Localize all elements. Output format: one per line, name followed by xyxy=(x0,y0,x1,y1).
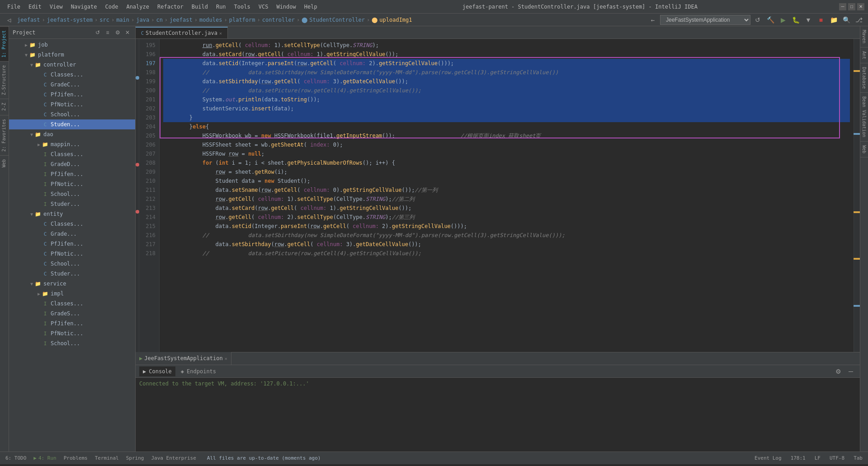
status-utf8[interactable]: UTF-8 xyxy=(828,454,846,462)
run-close[interactable]: ✕ xyxy=(225,356,227,361)
status-event-log[interactable]: Event Log xyxy=(753,454,783,462)
tree-item-pfjifenentity[interactable]: C PfJifen... xyxy=(9,239,135,249)
status-run[interactable]: ▶ 4: Run xyxy=(32,454,58,462)
search-icon[interactable]: 🔍 xyxy=(841,14,852,25)
tree-item-schoolentity[interactable]: C School... xyxy=(9,259,135,269)
bean-validation-tab[interactable]: Bean Validation xyxy=(860,93,868,141)
menu-run[interactable]: Run xyxy=(212,3,230,11)
tree-item-classesservice[interactable]: I Classes... xyxy=(9,299,135,309)
tree-item-pfnoticcontroller[interactable]: C PfNotic... xyxy=(9,100,135,109)
project-tab[interactable]: 1: Project xyxy=(0,26,9,61)
tree-item-gradeentity[interactable]: C Grade... xyxy=(9,229,135,239)
git-icon[interactable]: ⎇ xyxy=(854,14,864,25)
endpoints-tab[interactable]: ◈ Endpoints xyxy=(177,366,220,376)
status-spring[interactable]: Spring xyxy=(124,454,146,462)
ant-tab[interactable]: Ant xyxy=(860,48,868,63)
tree-item-controller[interactable]: ▼ 📁 controller xyxy=(9,60,135,70)
run-minimize-icon[interactable]: ─ xyxy=(845,366,856,377)
run-settings-icon[interactable]: ⚙ xyxy=(833,366,844,377)
tree-item-schoolservice[interactable]: I School... xyxy=(9,338,135,348)
stop-icon[interactable]: ■ xyxy=(816,14,826,25)
breadcrumb-class[interactable]: ⬤ xyxy=(302,17,307,23)
folder-icon[interactable]: 📁 xyxy=(828,14,839,25)
project-panel-refresh[interactable]: ↺ xyxy=(94,29,102,37)
menu-help[interactable]: Help xyxy=(301,3,321,11)
menu-vcs[interactable]: VCS xyxy=(255,3,272,11)
tree-item-pfnoticservice[interactable]: I PfNotic... xyxy=(9,328,135,338)
status-javaenterprise[interactable]: Java Enterprise xyxy=(149,454,198,462)
tree-item-pfjifenservice[interactable]: I PfJifen... xyxy=(9,319,135,328)
tree-item-classesentity[interactable]: C Classes... xyxy=(9,219,135,229)
menu-navigate[interactable]: Navigate xyxy=(67,3,101,11)
tree-item-mapping[interactable]: ▶ 📁 mappin... xyxy=(9,139,135,149)
more-run-icon[interactable]: ▼ xyxy=(803,14,814,25)
favorites-tab[interactable]: 2: Favorites xyxy=(0,115,9,155)
tree-item-entity[interactable]: ▼ 📁 entity xyxy=(9,209,135,219)
menu-analyze[interactable]: Analyze xyxy=(123,3,153,11)
tree-item-pfjifendao[interactable]: I PfJifen... xyxy=(9,169,135,179)
tree-item-studentdao[interactable]: I Studer... xyxy=(9,199,135,209)
project-panel-settings[interactable]: ⚙ xyxy=(113,29,122,37)
structure-tab[interactable]: Z-Structure xyxy=(0,61,9,99)
status-problems[interactable]: Problems xyxy=(62,454,90,462)
breadcrumb-java[interactable]: java xyxy=(136,17,149,23)
tab-close-studentcontroller[interactable]: ✕ xyxy=(219,31,222,36)
menu-view[interactable]: View xyxy=(46,3,66,11)
tree-item-gradeservice[interactable]: I GradeS... xyxy=(9,309,135,319)
z2-tab[interactable]: 2-Z xyxy=(0,99,9,114)
tree-item-gradedao[interactable]: I GradeD... xyxy=(9,159,135,169)
status-lf[interactable]: LF xyxy=(813,454,822,462)
breadcrumb-controller[interactable]: controller xyxy=(262,17,295,23)
tree-item-studententity[interactable]: C Studer... xyxy=(9,269,135,279)
tree-item-schooldao[interactable]: I School... xyxy=(9,189,135,199)
database-tab[interactable]: Database xyxy=(860,63,868,93)
breadcrumb-src[interactable]: src xyxy=(99,17,109,23)
tree-item-service[interactable]: ▼ 📁 service xyxy=(9,279,135,289)
refresh-icon[interactable]: ↺ xyxy=(752,14,763,25)
breadcrumb-modules[interactable]: modules xyxy=(199,17,222,23)
app-selector[interactable]: JeeFastSystemApplication xyxy=(660,15,750,25)
tree-item-classescontroller[interactable]: C Classes... xyxy=(9,70,135,80)
menu-code[interactable]: Code xyxy=(102,3,122,11)
tab-studentcontroller[interactable]: C StudentController.java ✕ xyxy=(136,27,228,38)
status-indent[interactable]: Tab xyxy=(852,454,864,462)
maven-tab[interactable]: Maven xyxy=(860,26,868,48)
breadcrumb-jeefast[interactable]: jeefast xyxy=(17,17,40,23)
maximize-button[interactable]: □ xyxy=(848,3,855,10)
back-icon[interactable]: ◁ xyxy=(4,14,14,25)
minimize-button[interactable]: ─ xyxy=(839,3,846,10)
close-button[interactable]: ✕ xyxy=(857,3,864,10)
breadcrumb-method[interactable]: ⬤ xyxy=(372,17,377,23)
tree-item-studentcontroller[interactable]: C Studen... xyxy=(9,119,135,129)
tree-item-dao[interactable]: ▼ 📁 dao xyxy=(9,129,135,139)
status-position[interactable]: 178:1 xyxy=(789,454,807,462)
run-icon[interactable]: ▶ xyxy=(778,14,788,25)
tree-item-pfnoticdao[interactable]: I PfNotic... xyxy=(9,179,135,189)
navigate-back-icon[interactable]: ← xyxy=(647,14,658,25)
breadcrumb-method-name[interactable]: uploadImg1 xyxy=(379,17,412,23)
menu-window[interactable]: Window xyxy=(273,3,299,11)
breadcrumb-system[interactable]: jeefast-system xyxy=(47,17,93,23)
web-right-tab[interactable]: Web xyxy=(860,142,868,157)
breadcrumb-jeefast2[interactable]: jeefast xyxy=(170,17,193,23)
tree-item-impl[interactable]: ▶ 📁 impl xyxy=(9,289,135,299)
status-todo[interactable]: 6: TODO xyxy=(4,454,28,462)
console-tab[interactable]: ▶ Console xyxy=(139,366,175,376)
breadcrumb-studentcontroller[interactable]: StudentController xyxy=(309,17,365,23)
tree-item-schoolcontroller[interactable]: C School... xyxy=(9,109,135,119)
breadcrumb-cn[interactable]: cn xyxy=(156,17,162,23)
build-icon[interactable]: 🔨 xyxy=(765,14,776,25)
tree-item-job[interactable]: ▶ 📁 job xyxy=(9,40,135,50)
tree-item-pfjifencontroller[interactable]: C PfJifen... xyxy=(9,90,135,100)
breadcrumb-main[interactable]: main xyxy=(116,17,129,23)
menu-tools[interactable]: Tools xyxy=(231,3,254,11)
menu-refactor[interactable]: Refactor xyxy=(154,3,187,11)
breadcrumb-platform[interactable]: platform xyxy=(229,17,255,23)
project-panel-close[interactable]: ✕ xyxy=(123,29,132,37)
menu-build[interactable]: Build xyxy=(188,3,212,11)
menu-file[interactable]: File xyxy=(4,3,24,11)
tree-item-gradecontroller[interactable]: C GradeC... xyxy=(9,80,135,90)
status-terminal[interactable]: Terminal xyxy=(93,454,121,462)
menu-edit[interactable]: Edit xyxy=(25,3,45,11)
tree-item-platform[interactable]: ▼ 📁 platform xyxy=(9,50,135,60)
